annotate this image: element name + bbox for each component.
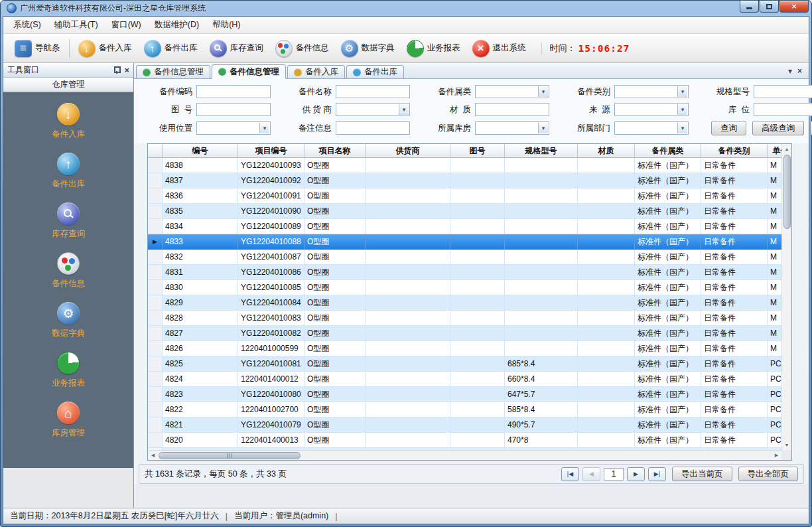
field-spec-model[interactable]: ▾: [754, 85, 812, 98]
tab-close-icon[interactable]: ×: [797, 66, 802, 76]
vertical-scrollbar[interactable]: ▲ ▼: [781, 144, 791, 450]
horizontal-scroll-thumb[interactable]: [159, 452, 301, 459]
column-header-category[interactable]: 备件属类: [635, 144, 701, 158]
column-header-material[interactable]: 材质: [578, 144, 635, 158]
toolbar-parts-out[interactable]: ↑备件出库: [138, 37, 204, 60]
menu-item-window[interactable]: 窗口(W): [105, 17, 147, 33]
toolbar-parts-in[interactable]: ↓备件入库: [72, 37, 138, 60]
table-row[interactable]: 4835YG12204010090O型圈标准件（国产）日常备件M: [148, 204, 781, 219]
table-row[interactable]: 4829YG12204010084O型圈标准件（国产）日常备件M: [148, 295, 781, 311]
pin-icon[interactable]: [113, 66, 119, 74]
field-drawing-no[interactable]: [196, 103, 271, 116]
field-material[interactable]: [475, 103, 549, 116]
sidebar-item-warehouse-mgmt[interactable]: ⌂库房管理: [52, 402, 85, 439]
column-header-drawing[interactable]: 图号: [450, 144, 505, 158]
scroll-left-icon[interactable]: ◀: [148, 451, 158, 461]
table-row[interactable]: ▶4833YG12204010088O型圈标准件（国产）日常备件M: [148, 234, 781, 250]
table-row[interactable]: 4825YG12204010081O型圈685*8.4标准件（国产）日常备件PC: [148, 356, 781, 372]
scroll-down-icon[interactable]: ▼: [782, 440, 792, 450]
table-row[interactable]: 4837YG12204010092O型圈标准件（国产）日常备件M: [148, 173, 781, 188]
table-row[interactable]: 4838YG12204010093O型圈标准件（国产）日常备件M: [148, 158, 781, 173]
field-remark[interactable]: [336, 121, 410, 135]
horizontal-scrollbar[interactable]: ◀ ▶: [148, 450, 781, 460]
field-use-position[interactable]: ▾: [196, 121, 271, 135]
table-row[interactable]: 4836YG12204010091O型圈标准件（国产）日常备件M: [148, 188, 781, 204]
dropdown-arrow-icon[interactable]: ▾: [538, 86, 548, 97]
menu-item-aux-tools[interactable]: 辅助工具(T): [48, 17, 104, 33]
sidebar-item-parts-out[interactable]: ↑备件出库: [52, 153, 85, 190]
toolbar-inventory-query[interactable]: 库存查询: [204, 37, 269, 60]
tab-list-icon[interactable]: ▾: [788, 66, 792, 76]
button-advanced-query[interactable]: 高级查询: [752, 121, 804, 135]
table-row[interactable]: 48221220401002700O型圈585*8.4标准件（国产）日常备件PC: [148, 402, 781, 417]
first-page-button[interactable]: |◀: [561, 467, 579, 481]
field-source[interactable]: ▾: [614, 103, 689, 116]
column-header-code[interactable]: 项目编号: [238, 144, 304, 158]
table-row[interactable]: 4831YG12204010086O型圈标准件（国产）日常备件M: [148, 265, 781, 280]
sidebar-item-data-dict[interactable]: ⚙数据字典: [52, 302, 85, 339]
tab-parts-info-mgmt-2[interactable]: 备件信息管理: [212, 64, 286, 79]
scroll-right-icon[interactable]: ▶: [772, 451, 781, 461]
menu-item-data-maintenance[interactable]: 数据维护(D): [149, 17, 205, 33]
sidebar-item-parts-in[interactable]: ↓备件入库: [52, 103, 85, 140]
toolbar-data-dict[interactable]: ⚙数据字典: [335, 37, 401, 60]
export-all-pages-button[interactable]: 导出全部页: [738, 467, 799, 481]
column-header-id[interactable]: 编号: [163, 144, 238, 158]
field-part-category[interactable]: ▾: [475, 85, 549, 98]
toolbar-business-report[interactable]: 业务报表: [401, 37, 466, 60]
tab-parts-in[interactable]: 备件入库: [287, 65, 345, 78]
prev-page-button[interactable]: ◀: [582, 467, 600, 481]
dropdown-arrow-icon[interactable]: ▾: [677, 123, 687, 133]
scroll-up-icon[interactable]: ▲: [782, 144, 792, 154]
table-row[interactable]: 4828YG12204010083O型圈标准件（国产）日常备件M: [148, 311, 781, 326]
column-header-unit[interactable]: 单位: [768, 144, 781, 158]
menu-item-system[interactable]: 系统(S): [7, 17, 47, 33]
sidebar-item-parts-info[interactable]: 备件信息: [52, 252, 85, 289]
field-supplier[interactable]: ▾: [336, 103, 410, 116]
table-row[interactable]: 48241220401400012O型圈660*8.4标准件（国产）日常备件PC: [148, 372, 781, 387]
toolbar-exit-system[interactable]: ×退出系统: [466, 37, 532, 60]
column-header-supplier[interactable]: 供货商: [366, 144, 450, 158]
last-page-button[interactable]: ▶|: [648, 467, 666, 481]
column-header-name[interactable]: 项目名称: [304, 144, 366, 158]
dropdown-arrow-icon[interactable]: ▾: [677, 104, 687, 115]
vertical-scroll-thumb[interactable]: [783, 155, 791, 229]
field-part-name[interactable]: [336, 85, 410, 98]
title-bar[interactable]: 广州爱奇迪软件科技有限公司-深田之星仓库管理系统 ×: [3, 1, 809, 16]
maximize-button[interactable]: [760, 1, 779, 13]
field-part-code[interactable]: [196, 85, 271, 98]
table-row[interactable]: 4827YG12204010082O型圈标准件（国产）日常备件M: [148, 326, 781, 341]
panel-close-icon[interactable]: ×: [124, 66, 129, 74]
table-row[interactable]: 4834YG12204010089O型圈标准件（国产）日常备件M: [148, 219, 781, 234]
table-row[interactable]: 4821YG12204010079O型圈490*5.7标准件（国产）日常备件PC: [148, 417, 781, 433]
export-current-page-button[interactable]: 导出当前页: [672, 467, 732, 481]
dropdown-arrow-icon[interactable]: ▾: [399, 104, 409, 115]
table-row[interactable]: 4832YG12204010087O型圈标准件（国产）日常备件M: [148, 250, 781, 265]
cell-supplier: [366, 341, 450, 356]
dropdown-arrow-icon[interactable]: ▾: [259, 123, 269, 133]
table-row[interactable]: 4823YG12204010080O型圈647*5.7标准件（国产）日常备件PC: [148, 387, 781, 402]
minimize-button[interactable]: [740, 1, 759, 13]
toolbar-parts-info[interactable]: 备件信息: [269, 37, 335, 60]
field-location[interactable]: ▾: [754, 103, 812, 116]
sidebar-item-inventory-query[interactable]: 库存查询: [52, 202, 85, 240]
field-department[interactable]: ▾: [614, 121, 689, 135]
menu-item-help[interactable]: 帮助(H): [206, 17, 246, 33]
table-row[interactable]: 48201220401400013O型圈470*8标准件（国产）日常备件PC: [148, 433, 781, 448]
table-row[interactable]: 48261220401000599O型圈标准件（国产）日常备件M: [148, 341, 781, 356]
button-query[interactable]: 查询: [711, 121, 746, 135]
tab-parts-out[interactable]: 备件出库: [346, 65, 404, 78]
close-button[interactable]: ×: [779, 1, 809, 13]
dropdown-arrow-icon[interactable]: ▾: [677, 86, 687, 97]
tab-parts-info-mgmt-1[interactable]: 备件信息管理: [136, 65, 210, 78]
column-header-type[interactable]: 备件类别: [701, 144, 768, 158]
page-number-input[interactable]: [604, 468, 624, 481]
field-warehouse[interactable]: ▾: [475, 121, 549, 135]
field-part-type[interactable]: ▾: [614, 85, 689, 98]
table-row[interactable]: 4830YG12204010085O型圈标准件（国产）日常备件M: [148, 280, 781, 295]
toolbar-nav-bar[interactable]: ≡导航条: [9, 37, 66, 60]
dropdown-arrow-icon[interactable]: ▾: [538, 123, 548, 133]
column-header-spec[interactable]: 规格型号: [505, 144, 578, 158]
sidebar-item-business-report[interactable]: 业务报表: [52, 352, 85, 389]
next-page-button[interactable]: ▶: [627, 467, 645, 481]
